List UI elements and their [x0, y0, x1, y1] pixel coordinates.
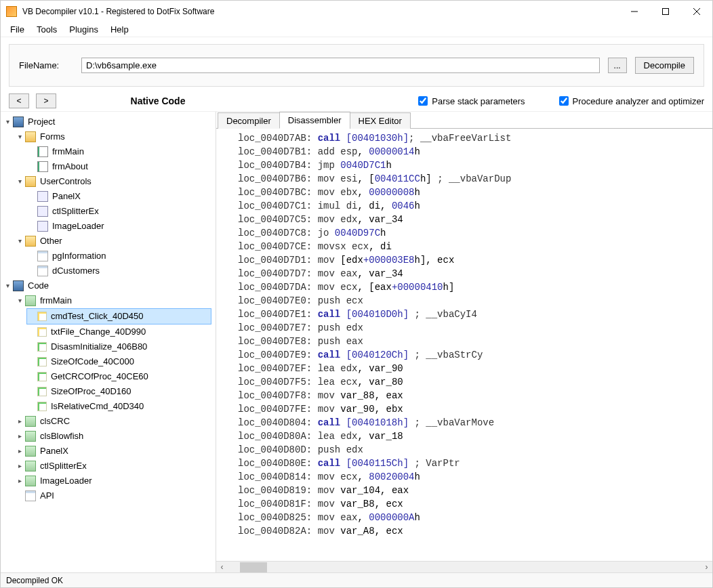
tree-item-clsblowfish[interactable]: ▸clsBlowfish: [14, 429, 214, 444]
tree-item-imageloader2[interactable]: ▸ImageLoader: [14, 474, 214, 488]
collapse-icon[interactable]: ▾: [3, 118, 12, 126]
proc-icon: [37, 372, 47, 381]
tree-item-dcustomers[interactable]: dCustomers: [26, 264, 214, 278]
module-icon: [25, 295, 36, 306]
code-area[interactable]: loc_0040D7AB: call [00401030h]; __vbaFre…: [216, 129, 712, 561]
tree-forms[interactable]: ▾Forms frmMain frmAbout: [14, 129, 214, 174]
code-line[interactable]: loc_0040D7E1: call [004010D0h] ; __vbaCy…: [238, 308, 707, 321]
proc-analyzer-input[interactable]: [559, 96, 569, 106]
code-line[interactable]: loc_0040D7D1: mov [edx+000003E8h], ecx: [238, 253, 707, 267]
tree-panel[interactable]: ▾Project ▾Forms frmMain frmAbout ▾UserCo…: [1, 112, 216, 572]
code-line[interactable]: loc_0040D7B4: jmp 0040D7C1h: [238, 159, 707, 172]
code-line[interactable]: loc_0040D825: mov eax, 0000000Ah: [238, 511, 707, 524]
tree-item-isrelative[interactable]: IsRelativeCmd_40D340: [26, 399, 214, 414]
tree-item-imageloader[interactable]: ImageLoader: [26, 219, 214, 234]
tree-item-ctlsplitterex[interactable]: ctlSplitterEx: [26, 204, 214, 219]
statusbar: Decompiled OK: [1, 572, 712, 587]
menu-file[interactable]: File: [5, 23, 30, 36]
tree-usercontrols[interactable]: ▾UserControls PanelX ctlSplitterEx Image…: [14, 174, 214, 234]
nav-back-button[interactable]: <: [9, 93, 29, 108]
tree-code-frmmain[interactable]: ▾frmMain cmdTest_Click_40D450 txtFile_Ch…: [14, 293, 214, 414]
code-line[interactable]: loc_0040D7DA: mov ecx, [eax+00000410h]: [238, 280, 707, 294]
menu-plugins[interactable]: Plugins: [64, 23, 104, 36]
tree-item-ctlsplitterex2[interactable]: ▸ctlSplitterEx: [14, 459, 214, 474]
tree-item-sizeofproc[interactable]: SizeOfProc_40D160: [26, 384, 214, 399]
tree-item-cmdtest[interactable]: cmdTest_Click_40D450: [26, 308, 214, 324]
module-icon: [25, 416, 36, 427]
code-line[interactable]: loc_0040D80E: call [0040115Ch] ; VarPtr: [238, 457, 707, 470]
maximize-button[interactable]: [650, 1, 681, 22]
code-line[interactable]: loc_0040D7AB: call [00401030h]; __vbaFre…: [238, 131, 707, 145]
main-split: ▾Project ▾Forms frmMain frmAbout ▾UserCo…: [1, 112, 712, 572]
horizontal-scrollbar[interactable]: ‹ ›: [216, 561, 712, 572]
tab-hex[interactable]: HEX Editor: [350, 112, 411, 129]
decompile-button[interactable]: Decompile: [635, 57, 694, 74]
tree-item-disasminit[interactable]: DisasmInitialize_406B80: [26, 339, 214, 354]
code-line[interactable]: loc_0040D7E0: push ecx: [238, 294, 707, 308]
tree-item-pginformation[interactable]: pgInformation: [26, 249, 214, 264]
tab-disassembler[interactable]: Disassembler: [279, 112, 350, 129]
folder-icon: [25, 176, 36, 187]
tree-item-getcrc[interactable]: GetCRCOfProc_40CE60: [26, 369, 214, 384]
expand-icon[interactable]: ▸: [16, 447, 24, 455]
code-line[interactable]: loc_0040D81F: mov var_B8, ecx: [238, 497, 707, 511]
code-line[interactable]: loc_0040D7F5: lea ecx, var_80: [238, 375, 707, 389]
tree-item-panelx[interactable]: PanelX: [26, 189, 214, 204]
collapse-icon[interactable]: ▾: [16, 297, 24, 305]
code-line[interactable]: loc_0040D7B6: mov esi, [004011CCh] ; __v…: [238, 172, 707, 186]
file-toolbar: FileName: ... Decompile: [9, 44, 704, 87]
code-line[interactable]: loc_0040D7CE: movsx ecx, di: [238, 240, 707, 253]
code-line[interactable]: loc_0040D7BC: mov ebx, 00000008h: [238, 186, 707, 199]
expand-icon[interactable]: ▸: [16, 432, 24, 440]
expand-icon[interactable]: ▸: [16, 462, 24, 470]
filename-label: FileName:: [19, 60, 73, 70]
page-icon: [37, 266, 48, 276]
nav-forward-button[interactable]: >: [36, 93, 56, 108]
code-line[interactable]: loc_0040D7EF: lea edx, var_90: [238, 362, 707, 375]
tree-item-frmmain[interactable]: frmMain: [26, 144, 214, 159]
minimize-button[interactable]: [619, 1, 650, 22]
menu-tools[interactable]: Tools: [31, 23, 62, 36]
code-line[interactable]: loc_0040D7E7: push edx: [238, 321, 707, 335]
scroll-thumb[interactable]: [240, 562, 267, 572]
code-line[interactable]: loc_0040D7B1: add esp, 00000014h: [238, 145, 707, 159]
expand-icon[interactable]: ▸: [16, 417, 24, 425]
expand-icon[interactable]: ▸: [16, 477, 24, 485]
proc-icon: [37, 402, 47, 411]
code-line[interactable]: loc_0040D7C1: imul di, di, 0046h: [238, 199, 707, 213]
code-line[interactable]: loc_0040D7D7: mov eax, var_34: [238, 267, 707, 280]
code-line[interactable]: loc_0040D814: mov ecx, 80020004h: [238, 470, 707, 484]
code-line[interactable]: loc_0040D82A: mov var_A8, ecx: [238, 524, 707, 538]
code-line[interactable]: loc_0040D7F8: mov var_88, eax: [238, 389, 707, 402]
code-line[interactable]: loc_0040D80D: push edx: [238, 443, 707, 457]
parse-stack-input[interactable]: [418, 96, 428, 106]
browse-button[interactable]: ...: [608, 58, 627, 73]
tree-item-clscrc[interactable]: ▸clsCRC: [14, 414, 214, 429]
code-line[interactable]: loc_0040D819: mov var_104, eax: [238, 484, 707, 497]
tree-code[interactable]: ▾Code ▾frmMain cmdTest_Click_40D450 txtF…: [2, 278, 214, 503]
collapse-icon[interactable]: ▾: [16, 237, 24, 245]
tree-item-sizeofcode[interactable]: SizeOfCode_40C000: [26, 354, 214, 369]
tree-item-txtfile[interactable]: txtFile_Change_40D990: [26, 324, 214, 339]
tree-project[interactable]: ▾Project ▾Forms frmMain frmAbout ▾UserCo…: [2, 114, 214, 278]
code-line[interactable]: loc_0040D7C8: jo 0040D97Ch: [238, 226, 707, 240]
code-line[interactable]: loc_0040D804: call [00401018h] ; __vbaVa…: [238, 416, 707, 429]
close-button[interactable]: [681, 1, 712, 22]
proc-analyzer-checkbox[interactable]: Procedure analyzer and optimizer: [559, 96, 704, 106]
tab-decompiler[interactable]: Decompiler: [218, 112, 280, 129]
collapse-icon[interactable]: ▾: [3, 282, 12, 290]
code-line[interactable]: loc_0040D7E9: call [0040120Ch] ; __vbaSt…: [238, 348, 707, 362]
tree-item-panelx2[interactable]: ▸PanelX: [14, 444, 214, 459]
collapse-icon[interactable]: ▾: [16, 177, 24, 186]
filename-input[interactable]: [81, 58, 600, 73]
code-line[interactable]: loc_0040D7FE: mov var_90, ebx: [238, 402, 707, 416]
code-line[interactable]: loc_0040D80A: lea edx, var_18: [238, 429, 707, 443]
tree-item-api[interactable]: API: [14, 488, 214, 503]
parse-stack-checkbox[interactable]: Parse stack parameters: [418, 96, 525, 106]
collapse-icon[interactable]: ▾: [16, 133, 24, 141]
tree-item-frmabout[interactable]: frmAbout: [26, 159, 214, 174]
tree-other[interactable]: ▾Other pgInformation dCustomers: [14, 234, 214, 278]
menu-help[interactable]: Help: [105, 23, 134, 36]
code-line[interactable]: loc_0040D7E8: push eax: [238, 335, 707, 348]
code-line[interactable]: loc_0040D7C5: mov edx, var_34: [238, 213, 707, 226]
